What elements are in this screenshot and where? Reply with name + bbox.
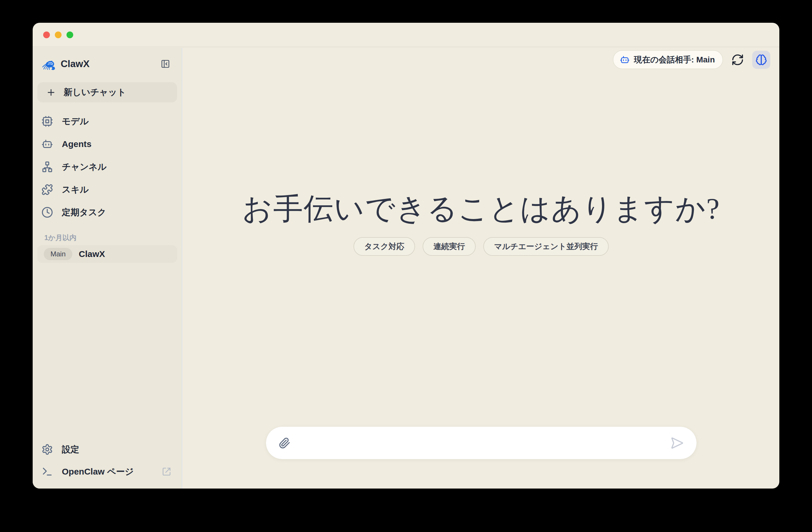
- composer: [266, 427, 697, 459]
- sidebar-item-label: 定期タスク: [62, 206, 106, 218]
- brain-button[interactable]: [752, 51, 770, 69]
- sidebar-item-label: スキル: [62, 184, 89, 196]
- chat-title: ClawX: [79, 249, 105, 259]
- greeting-heading: お手伝いできることはありますか?: [183, 189, 779, 229]
- settings-button[interactable]: 設定: [33, 438, 182, 461]
- new-chat-label: 新しいチャット: [63, 86, 126, 98]
- history-section-label: 1か月以内: [44, 233, 182, 242]
- panel-collapse-icon: [161, 59, 170, 69]
- header-controls: 現在の会話相手: Main: [613, 50, 770, 69]
- titlebar: [33, 23, 779, 47]
- current-conversation-label: 現在の会話相手: Main: [634, 54, 715, 65]
- refresh-button[interactable]: [731, 53, 744, 66]
- puzzle-icon: [41, 184, 53, 196]
- sidebar-nav: モデル Agents チャンネル: [33, 110, 182, 224]
- attach-button[interactable]: [279, 437, 290, 449]
- suggestion-task-support[interactable]: タスク対応: [353, 237, 415, 256]
- plus-icon: [46, 87, 56, 97]
- sidebar-header: ClawX: [33, 48, 182, 80]
- sidebar-item-models[interactable]: モデル: [33, 110, 182, 133]
- gear-icon: [41, 444, 53, 455]
- crawfish-logo-icon: [41, 56, 57, 71]
- settings-label: 設定: [62, 444, 79, 456]
- sitemap-icon: [41, 161, 53, 173]
- current-conversation-pill[interactable]: 現在の会話相手: Main: [613, 50, 723, 69]
- suggestion-pills: タスク対応 連続実行 マルチエージェント並列実行: [183, 237, 779, 256]
- new-chat-button[interactable]: 新しいチャット: [37, 82, 177, 102]
- chat-badge: Main: [44, 248, 72, 260]
- sidebar-item-label: モデル: [62, 115, 89, 128]
- app-window: ClawX 新しいチャット モデル: [33, 23, 779, 489]
- sidebar-item-label: チャンネル: [62, 161, 107, 173]
- sidebar-item-label: Agents: [62, 139, 91, 149]
- brain-icon: [755, 54, 767, 66]
- traffic-lights: [43, 31, 73, 38]
- sidebar-item-channels[interactable]: チャンネル: [33, 156, 182, 178]
- bot-icon: [620, 55, 630, 65]
- clock-icon: [41, 206, 53, 218]
- chat-list-item[interactable]: Main ClawX: [37, 245, 177, 263]
- external-link-icon: [162, 467, 171, 476]
- send-icon: [670, 436, 684, 450]
- app-title: ClawX: [61, 58, 160, 69]
- sidebar-item-skills[interactable]: スキル: [33, 178, 182, 201]
- sidebar: ClawX 新しいチャット モデル: [33, 48, 182, 489]
- suggestion-continuous-run[interactable]: 連続実行: [423, 237, 476, 256]
- bot-icon: [41, 138, 53, 150]
- refresh-icon: [731, 53, 744, 66]
- sidebar-item-agents[interactable]: Agents: [33, 133, 182, 156]
- suggestion-multi-agent[interactable]: マルチエージェント並列実行: [483, 237, 609, 256]
- sidebar-footer: 設定 OpenClaw ページ: [33, 438, 182, 489]
- minimize-window-button[interactable]: [55, 31, 61, 38]
- terminal-icon: [41, 466, 53, 477]
- chip-icon: [41, 115, 53, 127]
- close-window-button[interactable]: [43, 31, 50, 38]
- openclaw-label: OpenClaw ページ: [62, 466, 134, 478]
- paperclip-icon: [279, 437, 290, 449]
- zoom-window-button[interactable]: [67, 31, 73, 38]
- collapse-sidebar-button[interactable]: [160, 58, 171, 70]
- send-button[interactable]: [670, 436, 684, 450]
- hero: お手伝いできることはありますか?: [183, 189, 779, 229]
- main-area: 現在の会話相手: Main お手伝いできることはありますか? タスク対応 連続実…: [183, 48, 779, 489]
- openclaw-page-link[interactable]: OpenClaw ページ: [33, 461, 182, 483]
- sidebar-item-scheduled-tasks[interactable]: 定期タスク: [33, 201, 182, 224]
- message-input[interactable]: [298, 427, 663, 459]
